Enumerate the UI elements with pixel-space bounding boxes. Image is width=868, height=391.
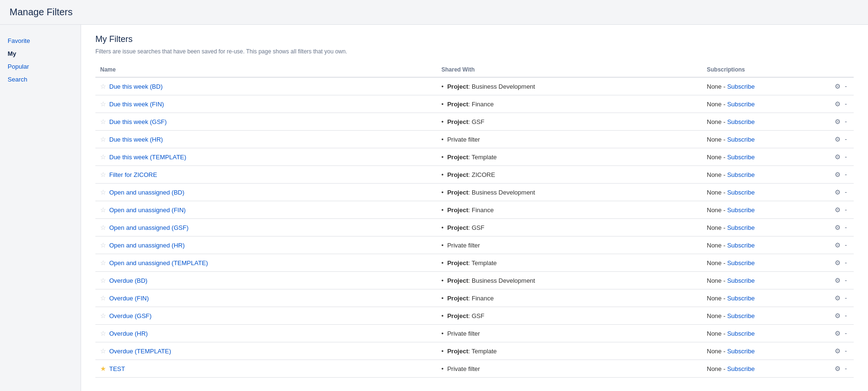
filter-name-link[interactable]: Overdue (FIN): [109, 295, 149, 302]
dash-button[interactable]: -: [843, 134, 849, 144]
gear-button[interactable]: ⚙: [833, 82, 843, 91]
subscribe-link[interactable]: Subscribe: [727, 206, 755, 214]
filter-name-link[interactable]: Due this week (TEMPLATE): [109, 154, 186, 161]
filter-name-link[interactable]: Due this week (HR): [109, 136, 163, 143]
subscribe-link[interactable]: Subscribe: [727, 348, 755, 355]
filter-name-link[interactable]: Open and unassigned (GSF): [109, 224, 188, 231]
filter-name-link[interactable]: Due this week (BD): [109, 83, 163, 90]
star-icon[interactable]: ☆: [100, 171, 106, 178]
filter-name-link[interactable]: Overdue (TEMPLATE): [109, 348, 171, 355]
table-row: ☆Overdue (BD)• Project: Business Develop…: [95, 272, 854, 289]
gear-button[interactable]: ⚙: [833, 117, 843, 126]
filter-name-link[interactable]: Due this week (GSF): [109, 118, 167, 125]
filter-name-link[interactable]: Overdue (GSF): [109, 312, 152, 319]
dash-button[interactable]: -: [843, 346, 849, 356]
table-row: ☆Filter for ZICORE• Project: ZICORENone …: [95, 166, 854, 184]
gear-button[interactable]: ⚙: [833, 152, 843, 162]
dash-button[interactable]: -: [843, 99, 849, 109]
dash-button[interactable]: -: [843, 170, 849, 179]
sidebar-item-favorite[interactable]: Favorite: [0, 34, 81, 47]
star-icon[interactable]: ★: [100, 365, 106, 372]
filter-name-link[interactable]: Open and unassigned (TEMPLATE): [109, 259, 208, 267]
star-icon[interactable]: ☆: [100, 118, 106, 125]
subscribe-link[interactable]: Subscribe: [727, 295, 755, 302]
page-title: Manage Filters: [0, 0, 868, 25]
dash-button[interactable]: -: [843, 240, 849, 250]
filter-name-link[interactable]: TEST: [109, 365, 125, 372]
sidebar: Favorite My Popular Search: [0, 25, 81, 391]
subscribe-link[interactable]: Subscribe: [727, 136, 755, 143]
filter-name-link[interactable]: Overdue (BD): [109, 277, 147, 284]
gear-button[interactable]: ⚙: [833, 276, 843, 285]
filter-name-link[interactable]: Overdue (HR): [109, 330, 148, 337]
gear-button[interactable]: ⚙: [833, 346, 843, 356]
gear-button[interactable]: ⚙: [833, 258, 843, 268]
subscribe-link[interactable]: Subscribe: [727, 171, 755, 178]
filter-name-link[interactable]: Open and unassigned (BD): [109, 189, 185, 196]
subscribe-link[interactable]: Subscribe: [727, 83, 755, 90]
shared-with-cell: • Private filter: [437, 131, 703, 148]
subscribe-link[interactable]: Subscribe: [727, 118, 755, 125]
gear-button[interactable]: ⚙: [833, 293, 843, 303]
dash-button[interactable]: -: [843, 258, 849, 268]
sidebar-item-search[interactable]: Search: [0, 73, 81, 86]
gear-button[interactable]: ⚙: [833, 187, 843, 197]
dash-button[interactable]: -: [843, 364, 849, 373]
dash-button[interactable]: -: [843, 82, 849, 91]
subscribe-link[interactable]: Subscribe: [727, 101, 755, 108]
table-row: ☆Open and unassigned (BD)• Project: Busi…: [95, 184, 854, 201]
filter-name-link[interactable]: Open and unassigned (HR): [109, 242, 185, 249]
actions-cell: ⚙-: [807, 184, 854, 201]
star-icon[interactable]: ☆: [100, 206, 106, 214]
subscribe-link[interactable]: Subscribe: [727, 154, 755, 161]
dash-button[interactable]: -: [843, 223, 849, 232]
star-icon[interactable]: ☆: [100, 347, 106, 355]
gear-button[interactable]: ⚙: [833, 170, 843, 179]
subscribe-link[interactable]: Subscribe: [727, 312, 755, 319]
star-icon[interactable]: ☆: [100, 135, 106, 143]
star-icon[interactable]: ☆: [100, 277, 106, 284]
gear-button[interactable]: ⚙: [833, 134, 843, 144]
gear-button[interactable]: ⚙: [833, 329, 843, 338]
star-icon[interactable]: ☆: [100, 224, 106, 231]
dash-button[interactable]: -: [843, 152, 849, 162]
star-icon[interactable]: ☆: [100, 312, 106, 319]
gear-button[interactable]: ⚙: [833, 99, 843, 109]
star-icon[interactable]: ☆: [100, 294, 106, 302]
star-icon[interactable]: ☆: [100, 241, 106, 249]
subscribe-link[interactable]: Subscribe: [727, 189, 755, 196]
dash-button[interactable]: -: [843, 187, 849, 197]
gear-button[interactable]: ⚙: [833, 364, 843, 373]
star-icon[interactable]: ☆: [100, 188, 106, 196]
subscription-cell: None - Subscribe: [702, 342, 807, 360]
sidebar-item-popular[interactable]: Popular: [0, 60, 81, 73]
subscription-cell: None - Subscribe: [702, 237, 807, 254]
filter-name-link[interactable]: Open and unassigned (FIN): [109, 206, 186, 214]
dash-button[interactable]: -: [843, 311, 849, 320]
dash-button[interactable]: -: [843, 329, 849, 338]
sidebar-item-my[interactable]: My: [0, 47, 81, 60]
subscribe-link[interactable]: Subscribe: [727, 259, 755, 267]
star-icon[interactable]: ☆: [100, 82, 106, 90]
subscribe-link[interactable]: Subscribe: [727, 365, 755, 372]
star-icon[interactable]: ☆: [100, 100, 106, 108]
dash-button[interactable]: -: [843, 293, 849, 303]
subscribe-link[interactable]: Subscribe: [727, 277, 755, 284]
dash-button[interactable]: -: [843, 276, 849, 285]
shared-with-cell: • Private filter: [437, 237, 703, 254]
filter-name-link[interactable]: Filter for ZICORE: [109, 171, 157, 178]
subscribe-link[interactable]: Subscribe: [727, 242, 755, 249]
gear-button[interactable]: ⚙: [833, 223, 843, 232]
subscribe-link[interactable]: Subscribe: [727, 224, 755, 231]
subscribe-link[interactable]: Subscribe: [727, 330, 755, 337]
filter-name-link[interactable]: Due this week (FIN): [109, 101, 164, 108]
star-icon[interactable]: ☆: [100, 259, 106, 267]
dash-button[interactable]: -: [843, 117, 849, 126]
gear-button[interactable]: ⚙: [833, 311, 843, 320]
star-icon[interactable]: ☆: [100, 329, 106, 337]
gear-button[interactable]: ⚙: [833, 205, 843, 215]
gear-button[interactable]: ⚙: [833, 240, 843, 250]
dash-button[interactable]: -: [843, 205, 849, 215]
subscription-cell: None - Subscribe: [702, 77, 807, 95]
star-icon[interactable]: ☆: [100, 153, 106, 161]
